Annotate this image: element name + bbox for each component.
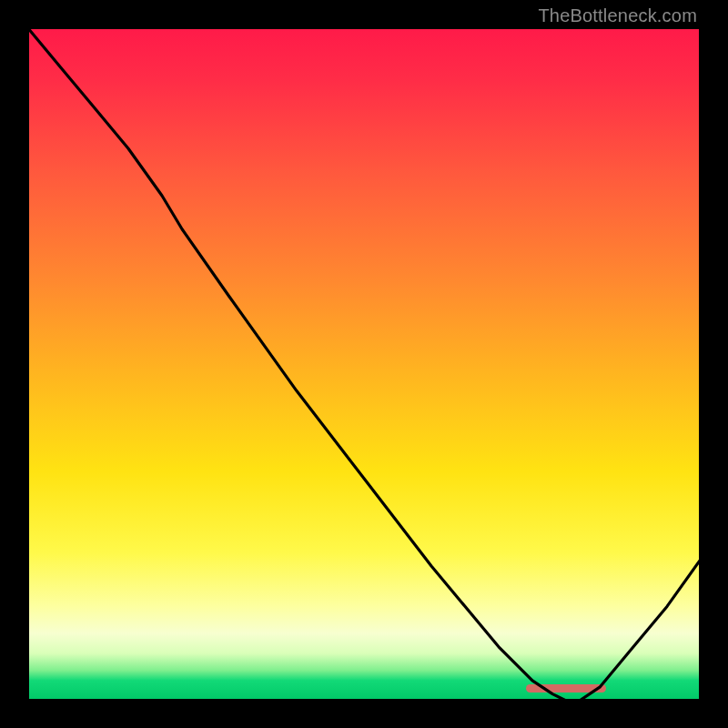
plot-area [27, 27, 701, 701]
chart-stage: TheBottleneck.com [0, 0, 728, 728]
curve-svg [27, 27, 701, 701]
watermark-text: TheBottleneck.com [538, 5, 697, 26]
bottleneck-curve-line [27, 27, 701, 701]
